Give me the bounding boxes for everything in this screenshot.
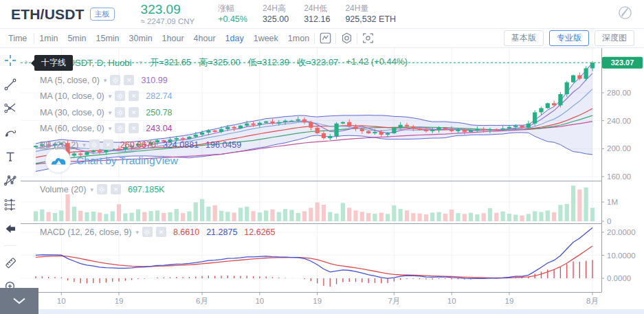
svg-text:19: 19 — [115, 297, 124, 305]
version-buttons: 基本版专业版深度图 — [504, 30, 634, 46]
chevron-down-icon: ▾ — [109, 109, 112, 116]
board-badge: 主板 — [90, 8, 115, 21]
price-block: 323.09 ≈ 2247.09 CNY — [141, 2, 195, 26]
ohlc-item-0: 开=321.65 — [150, 56, 191, 69]
xabcd-pattern-tool-icon[interactable] — [3, 173, 18, 188]
indicator-0-legend: MA (5, close, 0)▾✕310.99 — [40, 75, 168, 85]
version-button-基本版[interactable]: 基本版 — [504, 30, 544, 46]
screenshot-icon[interactable] — [357, 32, 378, 44]
indicator-3-remove-button[interactable]: ✕ — [129, 123, 139, 133]
svg-text:0.0000: 0.0000 — [607, 274, 631, 282]
price-cny: ≈ 2247.09 CNY — [141, 17, 195, 26]
interval-1min[interactable]: 1min — [34, 34, 63, 43]
interval-1mon[interactable]: 1mon — [283, 34, 314, 43]
indicator-4-value-0: 260.0670 — [120, 140, 156, 150]
stat-label: 24H低 — [304, 3, 330, 14]
ohlc-item-2: 低=312.39 — [248, 56, 289, 69]
bottom-scroll-strip[interactable] — [0, 309, 644, 314]
ohlc-item-4: +1.42 (+0.44%) — [346, 56, 408, 69]
indicator-0-remove-button[interactable]: ✕ — [124, 75, 134, 85]
svg-text:19: 19 — [505, 297, 514, 305]
chevron-down-icon: ▾ — [104, 77, 107, 84]
indicator-4-remove-button[interactable]: ✕ — [103, 139, 113, 150]
indicator-2-settings-button[interactable] — [115, 107, 125, 117]
brush-tool-icon[interactable] — [3, 125, 18, 140]
indicator-4-value-2: 196.0459 — [206, 140, 241, 150]
crosshair-tooltip: 十字线 — [34, 55, 73, 71]
stat-label: 24H高 — [263, 3, 289, 14]
indicator-1-label[interactable]: MA (10, close, 0) — [40, 91, 104, 101]
back-arrow-icon[interactable] — [3, 221, 18, 236]
chart-style-icon[interactable] — [315, 32, 335, 44]
macd-settings-button[interactable] — [142, 227, 153, 237]
multi-line-tool-icon[interactable] — [3, 101, 18, 116]
svg-text:323.07: 323.07 — [611, 58, 634, 67]
macd-label[interactable]: MACD (12, 26, close, 9) — [40, 227, 131, 237]
indicator-2-remove-button[interactable]: ✕ — [129, 107, 139, 117]
interval-5min[interactable]: 5min — [63, 34, 91, 43]
parallel-lines-tool-icon[interactable] — [3, 197, 18, 212]
crosshair-tool-icon[interactable] — [3, 53, 18, 68]
ruler-tool-icon[interactable] — [3, 255, 18, 270]
chart-toolbar: Time 1min5min15min30min1hour4hour1day1we… — [0, 29, 644, 48]
svg-text:7月: 7月 — [388, 297, 400, 305]
stat-label: 涨幅 — [218, 3, 247, 14]
theme-palette-icon[interactable] — [617, 5, 633, 23]
indicator-1-legend: MA (10, close, 0)▾✕282.74 — [40, 91, 173, 101]
svg-text:10.0000: 10.0000 — [607, 251, 636, 260]
indicator-2-label[interactable]: MA (30, close, 0) — [40, 108, 104, 117]
indicator-1-value-0: 282.74 — [146, 91, 172, 101]
stat-value: 325.00 — [263, 14, 289, 25]
indicator-0-value-0: 310.99 — [141, 76, 167, 85]
stat-1: 24H高325.00 — [263, 3, 289, 25]
svg-text:6月: 6月 — [196, 297, 208, 305]
ohlc-legend: ETH/USDT, D, Huobi ▾ 开=321.65高=325.00低=3… — [48, 56, 408, 69]
stat-0: 涨幅+0.45% — [218, 3, 247, 25]
interval-1hour[interactable]: 1hour — [157, 34, 189, 43]
indicator-4-value-1: 324.0881 — [163, 140, 199, 150]
svg-text:1M: 1M — [607, 198, 618, 206]
indicator-4-label[interactable]: BB (20, 2) — [40, 140, 78, 150]
interval-1day[interactable]: 1day — [221, 34, 249, 43]
interval-30min[interactable]: 30min — [124, 34, 157, 43]
svg-text:20.0000: 20.0000 — [607, 228, 636, 236]
header: ETH/USDT 主板 323.09 ≈ 2247.09 CNY 涨幅+0.45… — [0, 0, 644, 29]
stat-value: +0.45% — [218, 14, 247, 25]
interval-time[interactable]: Time — [0, 34, 34, 43]
indicator-3-label[interactable]: MA (60, close, 0) — [40, 124, 104, 133]
svg-text:10: 10 — [57, 297, 66, 305]
stats: 涨幅+0.45%24H高325.0024H低312.1624H量925,532 … — [218, 3, 396, 25]
trend-line-tool-icon[interactable] — [3, 77, 18, 92]
volume-remove-button[interactable]: ✕ — [111, 184, 121, 194]
indicator-4-settings-button[interactable] — [89, 139, 100, 150]
chevron-down-icon: ▾ — [82, 142, 86, 148]
indicator-4-legend: BB (20, 2)▾✕260.0670324.0881196.0459 — [40, 139, 241, 150]
volume-value-0: 697.185K — [128, 185, 165, 194]
legend-expand-icon[interactable]: › — [25, 56, 27, 67]
interval-15min[interactable]: 15min — [91, 34, 124, 43]
tradingview-logo-icon — [45, 148, 71, 173]
indicator-0-label[interactable]: MA (5, close, 0) — [40, 76, 100, 85]
price-chart[interactable]: 280.00240.00200.00160.001M020.000010.000… — [21, 48, 644, 309]
interval-list: 1min5min15min30min1hour4hour1day1week1mo… — [34, 34, 314, 43]
svg-text:280.00: 280.00 — [607, 89, 631, 97]
version-button-专业版[interactable]: 专业版 — [549, 30, 589, 46]
volume-label[interactable]: Volume (20) — [40, 185, 86, 194]
indicator-3-settings-button[interactable] — [115, 123, 125, 133]
indicator-0-settings-button[interactable] — [110, 75, 120, 85]
collapse-toolbar-button[interactable] — [0, 288, 38, 314]
interval-4hour[interactable]: 4hour — [189, 34, 221, 43]
indicator-settings-icon[interactable] — [336, 32, 357, 44]
indicator-1-remove-button[interactable]: ✕ — [129, 91, 139, 101]
ohlc-item-1: 高=325.00 — [199, 56, 240, 69]
version-button-深度图[interactable]: 深度图 — [595, 30, 634, 46]
chevron-down-icon: ▾ — [109, 125, 112, 132]
volume-settings-button[interactable] — [97, 184, 107, 194]
interval-1week[interactable]: 1week — [249, 34, 283, 43]
stat-value: 925,532 ETH — [345, 14, 396, 25]
symbol-title: ETH/USDT — [11, 6, 85, 23]
indicator-1-settings-button[interactable] — [115, 91, 125, 101]
macd-remove-button[interactable]: ✕ — [156, 227, 166, 237]
text-tool-icon[interactable] — [3, 149, 18, 164]
watermark-text: Chart by TradingView — [76, 155, 178, 167]
